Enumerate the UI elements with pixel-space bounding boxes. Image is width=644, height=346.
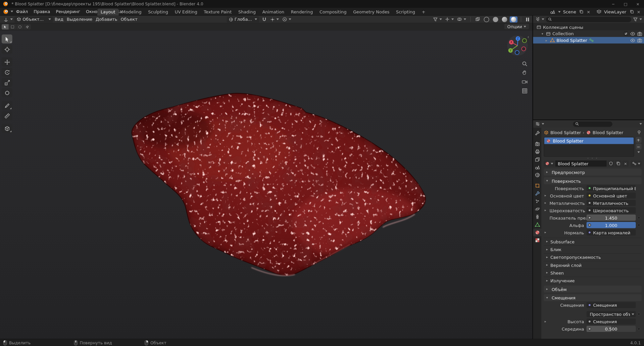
transform-orientation-dropdown[interactable]: Глоба... bbox=[227, 16, 259, 22]
tool-transform[interactable] bbox=[2, 88, 12, 97]
gizmos-dropdown[interactable] bbox=[444, 16, 455, 23]
tool-scale[interactable] bbox=[2, 78, 12, 87]
duplicate-material-button[interactable] bbox=[615, 161, 622, 167]
breadcrumb-material[interactable]: Blood Splatter bbox=[593, 130, 623, 135]
tab-texture[interactable] bbox=[533, 236, 541, 244]
pin-icon[interactable] bbox=[637, 130, 642, 135]
snap-settings-dropdown[interactable] bbox=[269, 16, 280, 23]
tab-tool[interactable] bbox=[533, 129, 541, 137]
slot-specials-menu[interactable] bbox=[637, 152, 640, 153]
shading-material-button[interactable] bbox=[501, 16, 508, 22]
disclosure-icon[interactable]: ▾ bbox=[541, 32, 544, 36]
tab-physics[interactable] bbox=[533, 205, 541, 213]
workspace-tab-geometry-nodes[interactable]: Geometry Nodes bbox=[350, 9, 393, 16]
tab-object[interactable] bbox=[533, 182, 541, 189]
expand-icon[interactable]: ▸ bbox=[545, 231, 546, 234]
tool-move[interactable] bbox=[2, 57, 12, 66]
subsection-specular[interactable]: ▸ Блик bbox=[544, 245, 641, 253]
tab-view-layer[interactable] bbox=[533, 156, 541, 163]
options-button[interactable]: Опции bbox=[504, 24, 529, 29]
select-mode-extend[interactable] bbox=[9, 24, 16, 30]
pan-hand-icon[interactable] bbox=[522, 70, 528, 76]
node-link-field[interactable]: Металличность bbox=[587, 200, 636, 206]
node-link-field[interactable]: Шероховатость bbox=[587, 207, 636, 213]
tool-annotate[interactable] bbox=[2, 101, 12, 110]
gizmo-y-negative[interactable] bbox=[523, 39, 527, 43]
zoom-icon[interactable] bbox=[522, 61, 528, 67]
xray-toggle[interactable] bbox=[474, 16, 481, 22]
midlevel-slider[interactable]: 0.500 bbox=[587, 326, 636, 332]
workspace-tab-shading[interactable]: Shading bbox=[235, 9, 259, 16]
alpha-slider[interactable]: 1.000 bbox=[587, 222, 636, 228]
outliner-row-scene-collection[interactable]: Коллекция сцены bbox=[533, 24, 644, 31]
orthographic-grid-icon[interactable] bbox=[522, 88, 528, 94]
workspace-tab-sculpting[interactable]: Sculpting bbox=[145, 9, 171, 16]
menu-edit[interactable]: Правка bbox=[31, 8, 53, 15]
browse-material-button[interactable] bbox=[544, 161, 554, 167]
unlink-material-button[interactable]: × bbox=[622, 161, 629, 167]
viewport-render-pause-button[interactable] bbox=[525, 17, 531, 22]
subsection-transmission[interactable]: ▸ Светопропускаемость bbox=[544, 253, 641, 261]
maximize-button[interactable]: □ bbox=[620, 0, 632, 8]
blood-splatter-object[interactable] bbox=[0, 31, 532, 339]
node-link-field[interactable]: Смещения bbox=[587, 302, 636, 308]
viewport-canvas[interactable]: Z X Y ‹ bbox=[0, 31, 532, 339]
render-visibility-camera-icon[interactable] bbox=[637, 38, 642, 43]
expand-icon[interactable]: ▸ bbox=[545, 320, 546, 323]
tab-particles[interactable] bbox=[533, 197, 541, 205]
subsection-coat[interactable]: ▸ Верхний слой bbox=[544, 261, 641, 268]
tab-scene[interactable] bbox=[533, 163, 541, 171]
tab-world[interactable] bbox=[533, 171, 541, 179]
workspace-tab-rendering[interactable]: Rendering bbox=[288, 9, 316, 16]
gizmo-x-negative[interactable] bbox=[522, 47, 526, 51]
tool-select-box[interactable] bbox=[2, 35, 12, 44]
shading-solid-button[interactable] bbox=[492, 16, 499, 22]
remove-slot-button[interactable]: − bbox=[636, 143, 641, 149]
blender-menu-icon[interactable] bbox=[2, 9, 9, 14]
subsection-subsurface[interactable]: ▸ Subsurface bbox=[544, 238, 641, 245]
properties-search-input[interactable] bbox=[573, 121, 612, 127]
subsection-emission[interactable]: ▸ Излучение bbox=[544, 277, 641, 284]
render-visibility-camera-icon[interactable] bbox=[637, 31, 642, 36]
outliner-filter-button[interactable] bbox=[633, 17, 642, 22]
minimize-button[interactable]: ─ bbox=[607, 0, 620, 8]
subsection-sheen[interactable]: ▸ Sheen bbox=[544, 269, 641, 276]
expand-icon[interactable]: ▸ bbox=[545, 201, 546, 205]
section-volume[interactable]: ▸ Объём bbox=[544, 286, 641, 293]
decorator[interactable] bbox=[636, 224, 642, 227]
tab-output[interactable] bbox=[533, 148, 541, 156]
disclosure-icon[interactable]: ▸ bbox=[545, 38, 548, 42]
editor-type-button[interactable] bbox=[535, 17, 544, 22]
menu-add[interactable]: Добавить bbox=[94, 16, 119, 23]
unlink-scene-button[interactable]: × bbox=[586, 9, 591, 14]
gizmo-z-negative[interactable] bbox=[515, 51, 519, 55]
tool-add-primitive[interactable] bbox=[2, 124, 12, 133]
viewlayer-selector[interactable]: ViewLayer bbox=[603, 9, 628, 14]
tab-render[interactable] bbox=[533, 140, 541, 148]
select-mode-set[interactable] bbox=[2, 24, 9, 30]
tab-material[interactable] bbox=[533, 229, 541, 236]
chevron-down-icon[interactable] bbox=[558, 11, 560, 12]
shader-link-field[interactable]: Принципиальный BSDF bbox=[587, 185, 636, 191]
workspace-tab-layout[interactable]: Layout bbox=[97, 9, 118, 16]
menu-select[interactable]: Выделение bbox=[65, 16, 94, 23]
shading-rendered-button[interactable] bbox=[510, 16, 517, 22]
tool-cursor[interactable] bbox=[2, 45, 12, 54]
menu-render[interactable]: Рендеринг bbox=[53, 8, 83, 15]
decorator[interactable] bbox=[636, 313, 642, 316]
breadcrumb-object[interactable]: Blood Splatter bbox=[550, 130, 581, 135]
add-workspace-button[interactable]: + bbox=[418, 9, 429, 16]
workspace-tab-animation[interactable]: Animation bbox=[259, 9, 288, 16]
hide-eye-icon[interactable] bbox=[630, 31, 635, 36]
tab-modifiers[interactable] bbox=[533, 189, 541, 197]
workspace-tab-modeling[interactable]: Modeling bbox=[118, 9, 145, 16]
add-slot-button[interactable]: + bbox=[636, 137, 641, 143]
workspace-tab-compositing[interactable]: Compositing bbox=[316, 9, 350, 16]
list-resize-grip[interactable]: • • • bbox=[544, 157, 641, 160]
workspace-tab-uv-editing[interactable]: UV Editing bbox=[171, 9, 201, 16]
expand-icon[interactable]: ▸ bbox=[545, 194, 546, 197]
proport-edit-dropdown[interactable] bbox=[282, 16, 292, 23]
outliner-row-object[interactable]: ▸ Blood Splatter bbox=[533, 37, 644, 44]
scene-selector[interactable]: Scene bbox=[562, 9, 578, 14]
menu-file[interactable]: Файл bbox=[13, 8, 31, 15]
